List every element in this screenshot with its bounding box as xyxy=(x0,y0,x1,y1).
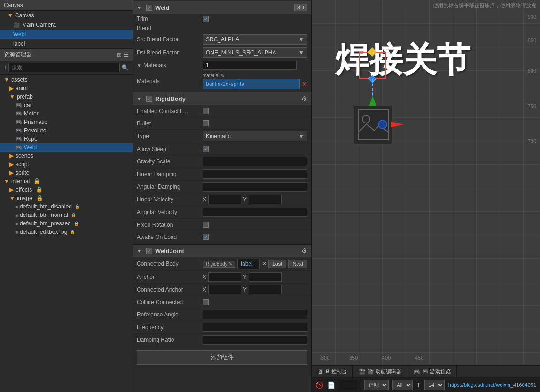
angular-damping-input[interactable]: 0 xyxy=(203,182,307,192)
weld-toggle[interactable]: ▼ xyxy=(137,5,141,10)
allow-sleep-checkbox[interactable] xyxy=(203,146,209,152)
file-icon4: 🎮 xyxy=(15,127,22,134)
asset-item-weld[interactable]: 🎮 Weld xyxy=(0,143,133,152)
trim-label: Trim xyxy=(137,15,203,22)
asset-item-prismatic[interactable]: 🎮 Prismatic xyxy=(0,118,133,126)
connected-body-input[interactable]: label xyxy=(237,259,259,269)
weldjoint-toggle[interactable]: ▼ xyxy=(137,248,141,254)
asset-item-assets[interactable]: ▼ assets xyxy=(0,76,133,84)
asset-item-rope[interactable]: 🎮 Rope xyxy=(0,135,133,143)
weld-enabled-checkbox[interactable] xyxy=(146,5,152,11)
rigidbody-gear-button[interactable]: ⚙ xyxy=(301,95,307,102)
linear-velocity-xy: X 0 Y 0 xyxy=(203,195,307,204)
viewport-canvas[interactable]: 使用鼠标右键平移视窗焦点，使用滚轮缩放视 900 850 800 750 700… xyxy=(312,0,540,365)
scene-tree-title: Canvas xyxy=(4,2,23,8)
asset-item-image[interactable]: ▼ image 🔒 xyxy=(0,194,133,202)
asset-item-btn-disabled[interactable]: ■ default_btn_disabled 🔒 xyxy=(0,202,133,211)
assets-icon2[interactable]: ☰ xyxy=(124,52,129,58)
connected-body-delete-button[interactable]: ✕ xyxy=(262,261,266,267)
lock-icon5: 🔒 xyxy=(71,213,76,217)
angular-velocity-input[interactable]: 0 xyxy=(203,208,307,217)
linear-damping-input[interactable]: 0 xyxy=(203,169,307,179)
grid-label-700: 700 xyxy=(528,138,536,144)
rigidbody-enabled-checkbox[interactable] xyxy=(146,96,152,102)
add-component-button[interactable]: 添加组件 xyxy=(137,350,307,365)
tree-item-label[interactable]: label xyxy=(0,39,133,48)
reference-angle-row: Reference Angle 0 xyxy=(133,308,311,321)
tree-item-main-camera[interactable]: 🎥 Main Camera xyxy=(0,20,133,30)
assets-icon1[interactable]: ⊞ xyxy=(117,52,122,58)
file-icon8: ■ xyxy=(15,213,18,218)
tab-game-preview[interactable]: 🎮 🎮 游戏预览 xyxy=(407,366,457,377)
asset-item-prefab[interactable]: ▼ prefab xyxy=(0,92,133,101)
search-input[interactable] xyxy=(8,63,120,72)
awake-on-load-checkbox[interactable] xyxy=(203,234,209,240)
folder-open-icon: ▼ xyxy=(4,77,9,83)
reference-angle-input[interactable]: 0 xyxy=(203,310,307,319)
material-delete-button[interactable]: ✕ xyxy=(302,80,307,88)
asset-item-sprite[interactable]: ▶ sprite xyxy=(0,169,133,177)
filter-regex-select[interactable]: 正则 xyxy=(364,380,389,390)
3d-button[interactable]: 3D xyxy=(294,4,307,11)
assets-tree: ▼ assets ▶ anim ▼ prefab 🎮 car 🎮 Mot xyxy=(0,75,133,392)
asset-item-anim[interactable]: ▶ anim xyxy=(0,84,133,92)
file-icon9: ■ xyxy=(15,221,18,226)
filter-all-select[interactable]: All xyxy=(392,380,413,390)
materials-count-input[interactable] xyxy=(203,61,297,70)
tree-item-canvas[interactable]: ▼ Canvas xyxy=(0,11,133,20)
enabled-contact-checkbox[interactable] xyxy=(203,108,209,114)
connected-anchor-x-input[interactable]: 0 xyxy=(208,285,241,294)
anchor-y-label: Y xyxy=(243,274,247,280)
console-input-area[interactable] xyxy=(339,380,360,390)
weldjoint-enabled-checkbox[interactable] xyxy=(146,248,152,254)
gravity-scale-label: Gravity Scale xyxy=(137,158,203,165)
asset-item-internal[interactable]: ▼ internal 🔒 xyxy=(0,177,133,185)
materials-header-row: ▼ Materials xyxy=(133,59,311,71)
material-input[interactable] xyxy=(203,79,300,89)
sort-icon[interactable]: ↕ xyxy=(4,64,7,71)
anchor-y-input[interactable]: 90 xyxy=(249,272,282,282)
gravity-scale-input[interactable]: 0 xyxy=(203,157,307,166)
asset-item-editbox-bg[interactable]: ■ default_editbox_bg 🔒 xyxy=(0,228,133,236)
anchor-x-input[interactable]: 0 xyxy=(208,272,241,282)
asset-item-revolute[interactable]: 🎮 Revolute xyxy=(0,126,133,135)
asset-item-motor[interactable]: 🎮 Motor xyxy=(0,109,133,118)
src-blend-select[interactable]: SRC_ALPHA ▼ xyxy=(203,34,307,45)
asset-item-btn-pressed[interactable]: ■ default_btn_pressed 🔒 xyxy=(0,219,133,228)
asset-item-car[interactable]: 🎮 car xyxy=(0,101,133,109)
material-edit-icon[interactable]: ✎ xyxy=(220,73,224,78)
folder-icon4: ▶ xyxy=(9,161,14,168)
console-file-button[interactable]: 📄 xyxy=(327,381,335,389)
dst-blend-select[interactable]: ONE_MINUS_SRC_ALPHA ▼ xyxy=(203,47,307,58)
console-stop-button[interactable]: 🚫 xyxy=(315,381,323,389)
bullet-checkbox[interactable] xyxy=(203,120,209,126)
rigidbody-toggle[interactable]: ▼ xyxy=(137,96,141,101)
tree-item-weld[interactable]: Weld xyxy=(0,30,133,39)
tab-console[interactable]: 🖥 🖥 控制台 xyxy=(312,366,353,377)
weldjoint-gear-button[interactable]: ⚙ xyxy=(301,247,307,254)
asset-item-effects[interactable]: ▶ effects 🔒 xyxy=(0,185,133,194)
anchor-row: Anchor X 0 Y 90 xyxy=(133,271,311,284)
materials-toggle[interactable]: ▼ xyxy=(137,63,141,68)
linear-velocity-y-input[interactable]: 0 xyxy=(249,195,282,204)
weld-joint-node xyxy=(359,52,386,79)
asset-item-btn-normal[interactable]: ■ default_btn_normal 🔒 xyxy=(0,211,133,219)
collide-connected-checkbox[interactable] xyxy=(203,299,209,305)
blend-section: Blend xyxy=(133,23,311,33)
fixed-rotation-checkbox[interactable] xyxy=(203,222,209,228)
next-button[interactable]: Next xyxy=(288,260,307,268)
frequency-label: Frequency xyxy=(137,324,203,331)
asset-item-script[interactable]: ▶ script xyxy=(0,160,133,169)
materials-section-label: ▼ Materials xyxy=(137,62,203,69)
frequency-input[interactable]: 0 xyxy=(203,323,307,332)
tab-animation-editor[interactable]: 🎬 🎬 动画编辑器 xyxy=(353,366,407,377)
damping-ratio-input[interactable]: 0 xyxy=(203,335,307,345)
trim-checkbox[interactable] xyxy=(203,16,209,22)
font-size-select[interactable]: 14 xyxy=(424,380,445,390)
linear-velocity-x-input[interactable]: 0 xyxy=(208,195,241,204)
connected-anchor-y-input[interactable]: 0 xyxy=(249,285,282,294)
type-select[interactable]: Kinematic ▼ xyxy=(203,131,307,141)
last-button[interactable]: Last xyxy=(268,260,287,268)
asset-item-scenes[interactable]: ▶ scenes xyxy=(0,152,133,160)
search-icon[interactable]: 🔍 xyxy=(122,64,129,71)
